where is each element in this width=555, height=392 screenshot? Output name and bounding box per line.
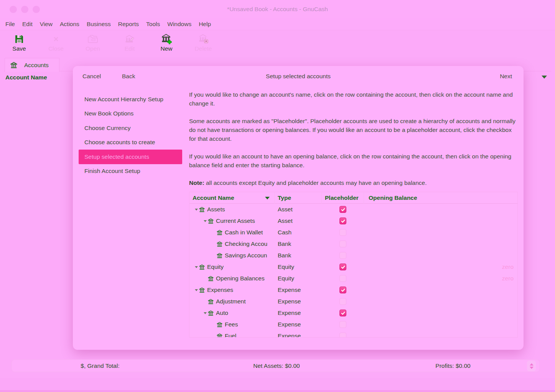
note-paragraph: Note: all accounts except Equity and pla… (189, 178, 518, 187)
dialog-title: Setup selected accounts (73, 66, 524, 86)
table-row[interactable]: AssetsAsset (189, 204, 517, 215)
table-row[interactable]: Opening BalancesEquityzero (189, 273, 517, 284)
toolbar-open-button: Open (82, 31, 104, 56)
account-type-cell: Expense (275, 310, 322, 316)
expander-icon[interactable] (193, 289, 199, 291)
wizard-steps-list: New Account Hierarchy SetupNew Book Opti… (79, 92, 182, 178)
placeholder-checkbox[interactable] (339, 298, 346, 305)
account-name-cell: Savings Accoun (189, 252, 275, 259)
chevron-down-icon (530, 367, 534, 369)
net-assets-label: Net Assets: $0.00 (253, 360, 300, 372)
wizard-step-1: New Book Options (79, 107, 182, 121)
menu-edit[interactable]: Edit (22, 21, 33, 28)
table-row[interactable]: AdjustmentExpense (189, 296, 517, 307)
tab-accounts-label: Accounts (24, 62, 49, 69)
placeholder-checkbox[interactable] (339, 206, 346, 213)
wizard-step-0: New Account Hierarchy Setup (79, 92, 182, 107)
bank-icon (199, 287, 205, 293)
placeholder-checkbox[interactable] (339, 217, 346, 224)
new-account-icon (161, 31, 172, 44)
account-name: Checking Accou (225, 240, 267, 247)
table-row[interactable]: FuelExpense (189, 330, 517, 338)
placeholder-checkbox[interactable] (339, 333, 346, 338)
column-header-placeholder[interactable]: Placeholder (322, 192, 364, 204)
placeholder-checkbox[interactable] (339, 264, 346, 270)
menu-reports[interactable]: Reports (118, 21, 139, 28)
next-button[interactable]: Next (500, 66, 512, 86)
dialog-content: If you would like to change an account's… (189, 90, 518, 338)
bank-icon (217, 253, 223, 259)
account-type-cell: Asset (275, 206, 322, 213)
account-name-cell: Fees (189, 321, 275, 328)
menu-help[interactable]: Help (199, 21, 211, 28)
placeholder-cell (322, 287, 364, 293)
opening-balance-cell: zero (364, 275, 517, 282)
placeholder-checkbox[interactable] (339, 287, 346, 293)
statusbar-stepper[interactable] (527, 361, 536, 371)
expander-icon[interactable] (193, 209, 199, 211)
expander-icon[interactable] (193, 266, 199, 268)
placeholder-cell (322, 252, 364, 259)
account-name-cell: Checking Accou (189, 240, 275, 247)
table-row[interactable]: FeesExpense (189, 319, 517, 330)
column-header-type[interactable]: Type (275, 192, 322, 204)
profits-label: Profits: $0.00 (435, 360, 470, 372)
column-header-label: Account Name (193, 194, 234, 201)
account-name: Fees (225, 321, 238, 328)
bank-icon (199, 207, 205, 212)
account-name: Current Assets (216, 217, 255, 224)
table-row[interactable]: Checking AccouBank (189, 238, 517, 250)
toolbar-save-button[interactable]: Save (8, 31, 30, 56)
placeholder-checkbox[interactable] (339, 252, 346, 259)
account-name-cell: Equity (189, 264, 275, 270)
accounts-page-column-header[interactable]: Account Name (5, 74, 47, 81)
menu-actions[interactable]: Actions (60, 21, 79, 28)
account-name: Equity (207, 264, 224, 270)
toolbar-button-label: Open (86, 45, 100, 52)
tab-list-dropdown-icon[interactable] (542, 76, 547, 79)
menu-business[interactable]: Business (87, 21, 111, 28)
edit-account-icon (124, 31, 135, 44)
account-name-cell: Opening Balances (189, 275, 275, 282)
table-row[interactable]: AutoExpense (189, 307, 517, 319)
menu-file[interactable]: File (5, 21, 15, 28)
placeholder-checkbox[interactable] (339, 275, 346, 282)
instructions-paragraph: If you would like an account to have an … (189, 152, 518, 170)
toolbar-new-button[interactable]: New (156, 31, 177, 56)
expander-icon[interactable] (202, 312, 208, 314)
placeholder-checkbox[interactable] (339, 321, 346, 328)
sort-descending-icon (265, 197, 270, 199)
table-row[interactable]: ExpensesExpense (189, 284, 517, 296)
table-row[interactable]: Current AssetsAsset (189, 215, 517, 227)
placeholder-cell (322, 217, 364, 224)
bank-icon (208, 276, 214, 282)
expander-icon[interactable] (202, 220, 208, 222)
table-row[interactable]: EquityEquityzero (189, 261, 517, 273)
toolbar-delete-button: Delete (193, 31, 214, 56)
column-header-opening-balance[interactable]: Opening Balance (364, 192, 517, 204)
menu-windows[interactable]: Windows (167, 21, 191, 28)
placeholder-cell (322, 264, 364, 270)
menu-bar: FileEditViewActionsBusinessReportsToolsW… (0, 18, 555, 30)
title-bar: *Unsaved Book - Accounts - GnuCash (0, 0, 555, 18)
dialog-header: Cancel Back Setup selected accounts Next (73, 66, 524, 86)
close-icon (51, 31, 61, 44)
table-row[interactable]: Savings AccounBank (189, 250, 517, 261)
placeholder-cell (322, 310, 364, 316)
delete-account-icon (198, 31, 209, 44)
menu-view[interactable]: View (40, 21, 53, 28)
placeholder-checkbox[interactable] (339, 240, 346, 247)
account-name: Expenses (207, 287, 233, 293)
menu-tools[interactable]: Tools (146, 21, 160, 28)
tab-accounts[interactable]: Accounts (5, 58, 59, 72)
column-header-account-name[interactable]: Account Name (189, 192, 275, 204)
placeholder-checkbox[interactable] (339, 310, 346, 316)
chevron-up-icon (530, 363, 534, 366)
grand-total-label: $, Grand Total: (81, 360, 119, 372)
account-name-cell: Adjustment (189, 298, 275, 305)
toolbar-button-label: Save (12, 45, 26, 52)
table-row[interactable]: Cash in WalletCash (189, 227, 517, 238)
placeholder-checkbox[interactable] (339, 229, 346, 236)
wizard-step-4: Setup selected accounts (79, 150, 182, 164)
table-header-row: Account Name Type Placeholder Opening Ba… (189, 192, 517, 204)
